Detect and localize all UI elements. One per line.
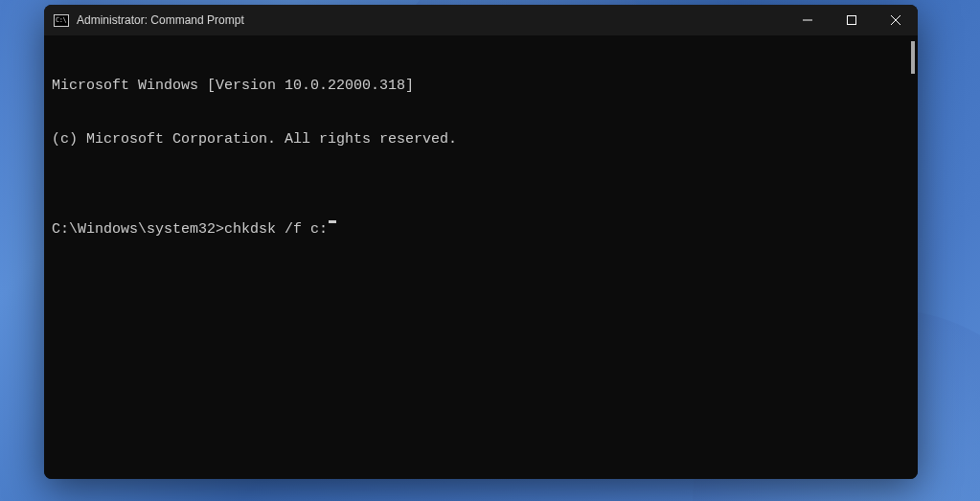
command-line: C:\Windows\system32>chkdsk /f c: (52, 221, 910, 239)
typed-command: chkdsk /f c: (224, 221, 328, 239)
window-controls (786, 5, 918, 35)
svg-rect-1 (848, 16, 856, 25)
window-title: Administrator: Command Prompt (77, 13, 244, 27)
close-button[interactable] (874, 5, 918, 35)
minimize-button[interactable] (786, 5, 830, 35)
prompt-text: C:\Windows\system32> (52, 221, 224, 239)
maximize-button[interactable] (830, 5, 874, 35)
cursor (329, 220, 336, 223)
version-line: Microsoft Windows [Version 10.0.22000.31… (52, 78, 910, 96)
close-icon (891, 15, 900, 25)
cmd-icon-text: C:\ (56, 17, 66, 24)
minimize-icon (803, 15, 812, 25)
copyright-line: (c) Microsoft Corporation. All rights re… (52, 131, 910, 149)
terminal-content[interactable]: Microsoft Windows [Version 10.0.22000.31… (44, 35, 918, 479)
command-prompt-window: C:\ Administrator: Command Prompt Micros… (44, 5, 918, 479)
maximize-icon (847, 15, 856, 25)
cmd-icon: C:\ (54, 14, 69, 27)
scrollbar-thumb[interactable] (911, 41, 915, 74)
titlebar[interactable]: C:\ Administrator: Command Prompt (44, 5, 918, 35)
